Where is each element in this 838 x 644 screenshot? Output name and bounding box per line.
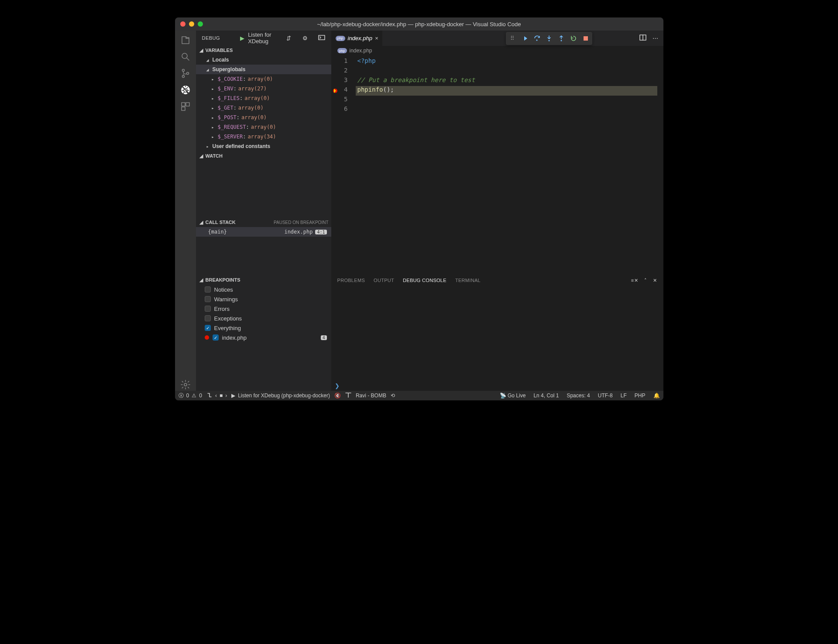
continue-button[interactable] <box>519 33 530 44</box>
status-bell-icon[interactable]: 🔔 <box>653 393 660 399</box>
php-file-icon: php <box>337 48 347 53</box>
warning-icon: ⚠ <box>192 393 196 399</box>
status-remote-icon[interactable] <box>206 392 213 399</box>
svg-point-11 <box>536 39 537 41</box>
breakpoint-dot-icon <box>205 335 209 340</box>
breakpoint-notices[interactable]: Notices <box>196 285 331 294</box>
variables-locals[interactable]: ◢Locals <box>196 55 331 65</box>
breakpoints-section-header[interactable]: ◢BREAKPOINTS <box>196 275 331 285</box>
php-file-icon: php <box>336 36 345 41</box>
sidebar-title: DEBUG <box>202 35 220 41</box>
svg-rect-14 <box>584 36 588 41</box>
variables-user-constants[interactable]: ▸User defined constants <box>196 141 331 151</box>
status-go-live[interactable]: 📡 Go Live <box>500 393 526 399</box>
panel-tab-terminal[interactable]: TERMINAL <box>455 278 481 283</box>
step-over-button[interactable] <box>531 33 543 44</box>
variables-section-header[interactable]: ◢VARIABLES <box>196 45 331 55</box>
debug-console-toggle-icon[interactable] <box>318 35 325 41</box>
panel-tab-output[interactable]: OUTPUT <box>374 278 394 283</box>
status-encoding[interactable]: UTF-8 <box>598 393 613 399</box>
titlebar: ~/lab/php-xdebug-docker/index.php — php-… <box>175 17 663 31</box>
source-control-icon[interactable] <box>179 67 192 79</box>
more-actions-icon[interactable]: ⋯ <box>653 35 658 41</box>
vscode-window: ~/lab/php-xdebug-docker/index.php — php-… <box>175 17 663 400</box>
breakpoint-exceptions[interactable]: Exceptions <box>196 313 331 323</box>
debug-config-dropdown[interactable]: Listen for XDebug <box>248 31 282 45</box>
svg-rect-8 <box>182 107 185 110</box>
step-out-button[interactable] <box>556 33 567 44</box>
breakpoint-warnings[interactable]: Warnings <box>196 294 331 304</box>
svg-rect-6 <box>182 103 185 106</box>
clear-console-icon[interactable]: ≡✕ <box>631 278 638 283</box>
debug-console-prompt[interactable]: ❯ <box>335 382 340 389</box>
restart-button[interactable] <box>568 33 579 44</box>
debug-icon[interactable] <box>179 84 192 96</box>
gutter[interactable]: 123456 <box>331 55 356 273</box>
debug-settings-icon[interactable]: ⚙ <box>302 35 308 41</box>
svg-point-13 <box>560 40 562 41</box>
search-icon[interactable] <box>179 51 192 63</box>
breakpoint-errors[interactable]: Errors <box>196 304 331 313</box>
checkbox[interactable] <box>205 306 211 312</box>
settings-icon[interactable] <box>179 379 192 391</box>
status-next-icon[interactable]: › <box>225 393 227 399</box>
checkbox[interactable] <box>205 286 211 293</box>
minimap[interactable] <box>657 55 663 273</box>
status-sync-icon[interactable]: ⟲ <box>391 393 395 399</box>
callstack-section-header[interactable]: ◢CALL STACKPAUSED ON BREAKPOINT <box>196 217 331 227</box>
status-stop-icon[interactable]: ■ <box>220 393 223 399</box>
checkbox[interactable] <box>205 296 211 302</box>
panel-tab-debug-console[interactable]: DEBUG CONSOLE <box>403 278 446 283</box>
close-panel-icon[interactable]: ✕ <box>653 278 657 283</box>
config-dropdown-icon[interactable]: ⇵ <box>286 35 291 41</box>
variable-files[interactable]: ▸$_FILES: array(0) <box>196 93 331 103</box>
code-area[interactable]: <?php// Put a breakpoint here to testphp… <box>356 55 657 273</box>
svg-point-12 <box>548 40 550 41</box>
status-language[interactable]: PHP <box>635 393 646 399</box>
status-problems[interactable]: ⓧ0 ⚠0 <box>179 392 202 399</box>
activity-bar <box>175 31 196 391</box>
checkbox[interactable]: ✓ <box>205 325 211 331</box>
svg-rect-10 <box>319 35 325 40</box>
debug-sidebar: DEBUG ▶ Listen for XDebug ⇵ ⚙ ◢VARIABLES… <box>196 31 331 391</box>
status-cursor-position[interactable]: Ln 4, Col 1 <box>533 393 559 399</box>
step-into-button[interactable] <box>543 33 555 44</box>
status-prev-icon[interactable]: ‹ <box>215 393 217 399</box>
status-eol[interactable]: LF <box>621 393 627 399</box>
panel-tab-problems[interactable]: PROBLEMS <box>337 278 365 283</box>
breakpoint-file[interactable]: ✓index.php4 <box>196 333 331 342</box>
collapse-panel-icon[interactable]: ˄ <box>644 278 647 283</box>
variable-get[interactable]: ▸$_GET: array(0) <box>196 103 331 113</box>
variable-request[interactable]: ▸$_REQUEST: array(0) <box>196 122 331 132</box>
extensions-icon[interactable] <box>179 100 192 113</box>
debug-toolbar: ⠿ <box>506 32 592 45</box>
status-book-icon[interactable] <box>345 393 351 399</box>
drag-handle-icon[interactable]: ⠿ <box>507 33 518 44</box>
variable-cookie[interactable]: ▸$_COOKIE: array(0) <box>196 74 331 84</box>
editor-tabbar: php index.php × ⠿ <box>331 31 663 46</box>
split-editor-icon[interactable] <box>639 34 646 42</box>
watch-section-header[interactable]: ◢WATCH <box>196 151 331 161</box>
status-now-playing[interactable]: Ravi - BOMB <box>356 393 386 399</box>
checkbox[interactable] <box>205 315 211 321</box>
editor-tab-index-php[interactable]: php index.php × <box>331 31 383 46</box>
explorer-icon[interactable] <box>179 34 192 46</box>
variable-server[interactable]: ▸$_SERVER: array(34) <box>196 132 331 141</box>
breakpoint-everything[interactable]: ✓Everything <box>196 323 331 333</box>
close-tab-icon[interactable]: × <box>375 35 378 41</box>
callstack-frame[interactable]: {main} index.php 4:1 <box>196 227 331 237</box>
variable-post[interactable]: ▸$_POST: array(0) <box>196 113 331 122</box>
status-debug-target[interactable]: ▶ Listen for XDebug (php-xdebug-docker) <box>231 393 330 399</box>
svg-rect-7 <box>186 103 189 106</box>
window-title: ~/lab/php-xdebug-docker/index.php — php-… <box>175 21 663 28</box>
variables-superglobals[interactable]: ◢Superglobals <box>196 65 331 74</box>
start-debug-button[interactable]: ▶ <box>240 35 244 41</box>
variable-env[interactable]: ▸$_ENV: array(27) <box>196 84 331 93</box>
status-indentation[interactable]: Spaces: 4 <box>567 393 590 399</box>
breadcrumbs[interactable]: php index.php <box>331 46 663 55</box>
status-mute-icon[interactable]: 🔇 <box>334 393 341 399</box>
checkbox[interactable]: ✓ <box>213 334 219 341</box>
svg-point-0 <box>182 53 187 59</box>
svg-point-3 <box>186 72 189 75</box>
stop-button[interactable] <box>580 33 591 44</box>
